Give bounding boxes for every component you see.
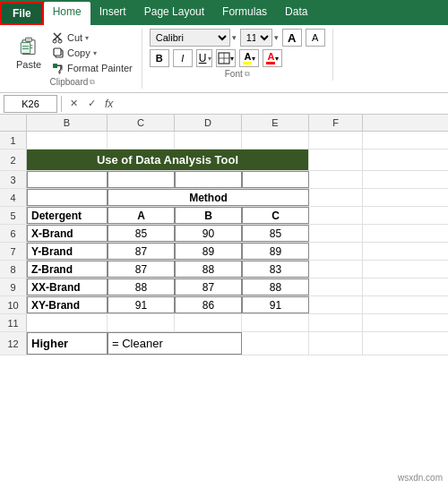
col-header-e[interactable]: E [242, 115, 309, 131]
cell-d3[interactable] [175, 171, 242, 188]
underline-button[interactable]: U ▾ [196, 49, 213, 67]
insert-tab[interactable]: Insert [90, 2, 135, 25]
cell-d1[interactable] [175, 132, 242, 149]
font-increase-button[interactable]: A [282, 29, 302, 47]
cell-f12[interactable] [309, 332, 363, 355]
cell-b6[interactable]: X-Brand [27, 225, 108, 242]
cell-b12-higher[interactable]: Higher [27, 332, 108, 355]
cell-e6[interactable]: 85 [242, 225, 309, 242]
format-painter-button[interactable]: Format Painter [50, 61, 134, 75]
font-color-dropdown[interactable]: ▾ [275, 55, 279, 63]
cell-e1[interactable] [242, 132, 309, 149]
cell-b1[interactable] [27, 132, 108, 149]
formulas-tab[interactable]: Formulas [213, 2, 276, 25]
cell-c9[interactable]: 88 [108, 278, 175, 295]
table-row: 3 [0, 171, 448, 189]
font-color-button[interactable]: A ▾ [263, 49, 282, 67]
table-row: 9 XX-Brand 88 87 88 [0, 278, 448, 296]
cell-d11[interactable] [175, 314, 242, 331]
cell-f9[interactable] [309, 278, 363, 295]
cell-f6[interactable] [309, 225, 363, 242]
col-header-f[interactable]: F [309, 115, 363, 131]
cell-d5[interactable]: B [175, 207, 242, 224]
cut-button[interactable]: Cut ▾ [50, 30, 134, 45]
cell-f2[interactable] [309, 150, 363, 170]
cell-f5[interactable] [309, 207, 363, 224]
cell-e3[interactable] [242, 171, 309, 188]
cell-e11[interactable] [242, 314, 309, 331]
clipboard-expand-icon[interactable]: ⧉ [90, 78, 95, 87]
cell-d8[interactable]: 88 [175, 261, 242, 278]
cell-e10[interactable]: 91 [242, 296, 309, 313]
paste-button[interactable]: Paste [11, 29, 47, 72]
fill-color-button[interactable]: A ▾ [239, 49, 259, 67]
font-name-dropdown[interactable]: ▾ [232, 33, 237, 42]
col-header-c[interactable]: C [108, 115, 175, 131]
page-layout-tab[interactable]: Page Layout [135, 2, 213, 25]
formula-input[interactable] [118, 95, 444, 113]
cell-e12[interactable] [242, 332, 309, 355]
font-decrease-button[interactable]: A [306, 29, 325, 47]
cell-c1[interactable] [108, 132, 175, 149]
table-row: 6 X-Brand 85 90 85 [0, 225, 448, 243]
cell-d7[interactable]: 89 [175, 243, 242, 260]
borders-dropdown[interactable]: ▾ [230, 55, 234, 63]
col-header-b[interactable]: B [27, 115, 108, 131]
confirm-formula-button[interactable]: ✓ [83, 96, 99, 112]
file-tab[interactable]: File [0, 2, 44, 25]
home-tab[interactable]: Home [44, 2, 90, 25]
cut-dropdown-icon[interactable]: ▾ [85, 34, 89, 42]
cell-b3[interactable] [27, 171, 108, 188]
font-size-dropdown[interactable]: ▾ [274, 33, 279, 42]
cell-f1[interactable] [309, 132, 363, 149]
font-size-select[interactable]: 11 [240, 29, 272, 47]
cell-f3[interactable] [309, 171, 363, 188]
cell-c4-method[interactable]: Method [108, 189, 309, 206]
row-number: 1 [0, 132, 27, 149]
cell-f11[interactable] [309, 314, 363, 331]
cell-c12-cleaner[interactable]: = Cleaner [108, 332, 242, 355]
borders-button[interactable]: ▾ [216, 49, 236, 67]
cell-c8[interactable]: 87 [108, 261, 175, 278]
cell-d10[interactable]: 86 [175, 296, 242, 313]
font-expand-icon[interactable]: ⧉ [245, 70, 250, 79]
cell-f10[interactable] [309, 296, 363, 313]
cell-e5[interactable]: C [242, 207, 309, 224]
cell-b5[interactable]: Detergent [27, 207, 108, 224]
cell-b4[interactable] [27, 189, 108, 206]
cell-b8[interactable]: Z-Brand [27, 261, 108, 278]
cell-f7[interactable] [309, 243, 363, 260]
name-box[interactable] [4, 95, 57, 113]
cell-d6[interactable]: 90 [175, 225, 242, 242]
copy-dropdown-icon[interactable]: ▾ [93, 49, 97, 57]
cell-b10[interactable]: XY-Brand [27, 296, 108, 313]
paste-label: Paste [16, 59, 41, 70]
italic-button[interactable]: I [173, 49, 193, 67]
cancel-formula-button[interactable]: ✕ [65, 96, 82, 112]
borders-icon [218, 52, 230, 64]
font-name-select[interactable]: Calibri [150, 29, 230, 47]
cell-b11[interactable] [27, 314, 108, 331]
cell-f4[interactable] [309, 189, 363, 206]
cell-d9[interactable]: 87 [175, 278, 242, 295]
cell-b9[interactable]: XX-Brand [27, 278, 108, 295]
col-header-d[interactable]: D [175, 115, 242, 131]
cell-c10[interactable]: 91 [108, 296, 175, 313]
cell-c6[interactable]: 85 [108, 225, 175, 242]
cell-c5[interactable]: A [108, 207, 175, 224]
data-tab[interactable]: Data [276, 2, 316, 25]
cell-b7[interactable]: Y-Brand [27, 243, 108, 260]
cell-c3[interactable] [108, 171, 175, 188]
cell-c7[interactable]: 87 [108, 243, 175, 260]
cell-e7[interactable]: 89 [242, 243, 309, 260]
cell-f8[interactable] [309, 261, 363, 278]
cell-e8[interactable]: 83 [242, 261, 309, 278]
cell-e9[interactable]: 88 [242, 278, 309, 295]
cell-c11[interactable] [108, 314, 175, 331]
svg-rect-13 [54, 48, 61, 56]
cell-b2-title[interactable]: Use of Data Analysis Tool [27, 150, 309, 170]
underline-dropdown[interactable]: ▾ [208, 55, 211, 63]
bold-button[interactable]: B [150, 49, 169, 67]
fill-dropdown[interactable]: ▾ [252, 55, 255, 63]
copy-button[interactable]: Copy ▾ [50, 46, 134, 60]
